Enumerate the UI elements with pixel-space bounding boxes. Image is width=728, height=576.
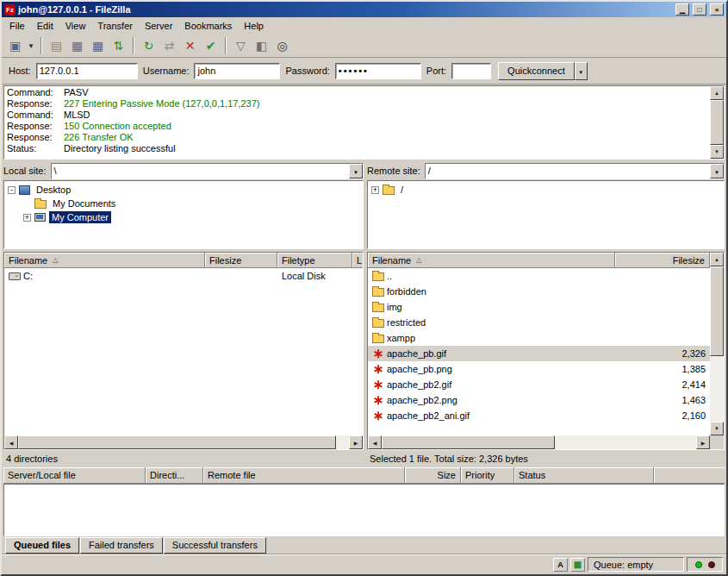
- image-file-icon: ∗: [372, 349, 384, 358]
- file-row[interactable]: C: Local Disk: [4, 268, 363, 284]
- compare-button[interactable]: ◧: [252, 36, 271, 55]
- column-last-modified[interactable]: L: [352, 253, 363, 268]
- toggle-queue-button[interactable]: ⇅: [109, 36, 128, 55]
- menu-server[interactable]: Server: [139, 18, 178, 34]
- toggle-message-log-button[interactable]: ▤: [47, 36, 66, 55]
- column-filetype[interactable]: Filetype: [277, 253, 352, 268]
- scroll-thumb[interactable]: [710, 100, 724, 145]
- scroll-up-button[interactable]: [710, 253, 724, 266]
- column-filename[interactable]: Filename△: [368, 253, 615, 268]
- file-row[interactable]: img: [368, 299, 710, 315]
- file-row[interactable]: ∗apache_pb2.gif 2,414: [368, 377, 710, 392]
- scroll-down-button[interactable]: [710, 422, 724, 435]
- site-manager-button[interactable]: ▣: [5, 36, 25, 55]
- file-row[interactable]: ∗apache_pb2.png 1,463: [368, 392, 710, 408]
- local-site-dropdown-button[interactable]: [349, 164, 363, 178]
- menu-view[interactable]: View: [59, 18, 92, 34]
- tab-successful-transfers[interactable]: Successful transfers: [164, 537, 266, 554]
- refresh-button[interactable]: ↻: [139, 36, 159, 55]
- file-row[interactable]: xampp: [368, 330, 710, 346]
- scroll-right-button[interactable]: [349, 435, 363, 449]
- file-size: 1,463: [615, 395, 710, 405]
- file-row-selected[interactable]: ∗apache_pb.gif 2,326: [368, 346, 710, 361]
- column-server-local-file[interactable]: Server/Local file: [3, 467, 146, 484]
- tree-item-my-computer[interactable]: + My Computer: [6, 210, 361, 224]
- log-scrollbar[interactable]: [710, 86, 724, 159]
- chevron-down-icon: [714, 166, 719, 176]
- folder-icon: [383, 186, 395, 195]
- scroll-track[interactable]: [710, 266, 724, 422]
- menu-file[interactable]: File: [3, 18, 31, 34]
- column-remote-file[interactable]: Remote file: [203, 467, 405, 484]
- file-row[interactable]: ∗apache_pb2_ani.gif 2,160: [368, 408, 710, 423]
- scroll-thumb[interactable]: [710, 266, 724, 356]
- quickconnect-dropdown-button[interactable]: [575, 62, 588, 80]
- column-filesize[interactable]: Filesize: [615, 253, 710, 268]
- cancel-button[interactable]: ✕: [180, 36, 200, 55]
- column-status[interactable]: Status: [514, 467, 654, 484]
- process-queue-button[interactable]: ⇄: [159, 36, 179, 55]
- maximize-button[interactable]: □: [693, 3, 706, 16]
- remote-site-combobox[interactable]: /: [425, 163, 725, 179]
- scroll-up-button[interactable]: [710, 86, 724, 100]
- column-priority[interactable]: Priority: [461, 467, 514, 484]
- menu-bookmarks[interactable]: Bookmarks: [178, 18, 238, 34]
- scroll-track[interactable]: [18, 435, 349, 449]
- scroll-track[interactable]: [710, 100, 724, 145]
- toggle-local-tree-button[interactable]: ▦: [67, 36, 87, 55]
- local-site-combobox[interactable]: \: [51, 163, 364, 179]
- tree-item-root[interactable]: + /: [370, 183, 722, 197]
- expand-icon[interactable]: +: [23, 214, 31, 222]
- toggle-remote-tree-button[interactable]: ▦: [88, 36, 108, 55]
- find-button[interactable]: ◎: [272, 36, 292, 55]
- tree-item-desktop[interactable]: - Desktop: [6, 183, 361, 197]
- scroll-right-button[interactable]: [696, 435, 710, 449]
- ok-button[interactable]: ✔: [201, 36, 221, 55]
- tab-failed-transfers[interactable]: Failed transfers: [80, 537, 163, 554]
- filter-button[interactable]: ▽: [231, 36, 251, 55]
- scroll-track[interactable]: [382, 435, 696, 449]
- expand-icon[interactable]: +: [371, 186, 379, 194]
- tab-queued-files[interactable]: Queued files: [5, 537, 79, 554]
- file-row[interactable]: ..: [368, 268, 710, 284]
- file-row[interactable]: forbidden: [368, 284, 710, 299]
- column-filesize[interactable]: Filesize: [205, 253, 277, 268]
- port-input[interactable]: [451, 63, 491, 79]
- scroll-down-button[interactable]: [710, 145, 724, 159]
- tree-item-my-documents[interactable]: My Documents: [6, 197, 361, 210]
- remote-hscrollbar[interactable]: [368, 435, 710, 449]
- local-hscrollbar[interactable]: [4, 435, 363, 449]
- menu-help[interactable]: Help: [238, 18, 270, 34]
- chevron-down-icon: [353, 166, 358, 176]
- minimize-button[interactable]: ▁: [675, 3, 689, 16]
- titlebar[interactable]: Fz john@127.0.0.1 - FileZilla ▁ □ ×: [2, 2, 726, 17]
- scroll-thumb[interactable]: [382, 435, 555, 449]
- local-list-body[interactable]: C: Local Disk: [4, 268, 363, 435]
- file-cell-name: ∗apache_pb2.gif: [368, 379, 615, 390]
- scroll-left-button[interactable]: [4, 435, 18, 449]
- image-file-icon: ∗: [372, 365, 384, 373]
- scroll-left-button[interactable]: [368, 435, 382, 449]
- remote-list-body[interactable]: .. forbidden img: [368, 268, 710, 435]
- local-site-row: Local site: \: [3, 161, 364, 180]
- column-direction[interactable]: Directi...: [146, 467, 203, 484]
- collapse-icon[interactable]: -: [8, 186, 16, 194]
- quickconnect-button[interactable]: Quickconnect: [498, 62, 575, 80]
- column-filename[interactable]: Filename△: [4, 253, 205, 268]
- remote-vscrollbar[interactable]: [710, 253, 724, 435]
- menu-edit[interactable]: Edit: [31, 18, 59, 34]
- host-input[interactable]: [36, 63, 138, 79]
- remote-site-dropdown-button[interactable]: [710, 164, 724, 178]
- column-size[interactable]: Size: [405, 467, 461, 484]
- site-manager-dropdown-button[interactable]: ▾: [26, 36, 36, 55]
- menu-transfer[interactable]: Transfer: [91, 18, 139, 34]
- close-button[interactable]: ×: [710, 3, 724, 16]
- queue-body[interactable]: [3, 484, 725, 536]
- file-cell-name: img: [368, 302, 615, 312]
- password-input[interactable]: [335, 63, 421, 79]
- folder-icon: [34, 200, 47, 209]
- scroll-thumb[interactable]: [18, 435, 336, 449]
- username-input[interactable]: [194, 63, 280, 79]
- file-row[interactable]: ∗apache_pb.png 1,385: [368, 361, 710, 377]
- file-row[interactable]: restricted: [368, 315, 710, 330]
